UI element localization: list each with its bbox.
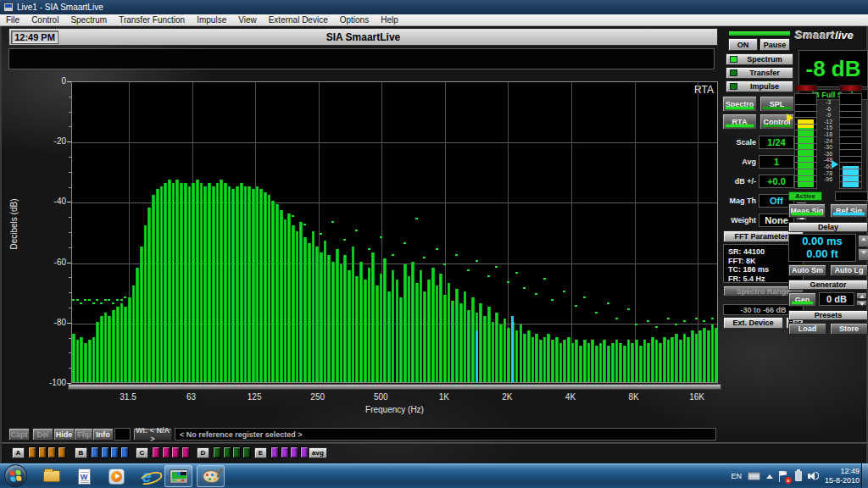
delay-down-icon[interactable]: [858, 248, 868, 261]
register-c-swatch[interactable]: [171, 446, 180, 458]
spectrum-bar: [415, 283, 419, 382]
menu-view[interactable]: View: [232, 14, 263, 26]
delay-up-icon[interactable]: [858, 235, 868, 247]
auto-lg-button[interactable]: Auto Lg: [830, 264, 868, 276]
x-tick-label: 2K: [490, 392, 524, 402]
register-d-swatch[interactable]: [242, 446, 251, 458]
spectrum-bar: [268, 195, 271, 382]
peak-hold-dot: [84, 299, 86, 301]
spectro-button[interactable]: Spectro: [722, 96, 757, 112]
meter-scale-label: -6: [818, 106, 838, 112]
register-e-swatch[interactable]: [290, 446, 298, 458]
register-c-swatch[interactable]: [162, 446, 170, 458]
spectrum-bar: [208, 183, 211, 382]
menu-options[interactable]: Options: [334, 14, 375, 26]
register-d-button[interactable]: D: [197, 447, 209, 458]
on-button[interactable]: ON: [728, 38, 758, 51]
register-e-swatch[interactable]: [281, 446, 289, 458]
register-c-button[interactable]: C: [136, 447, 148, 458]
spectrum-bar: [436, 286, 439, 382]
menu-impulse[interactable]: Impulse: [191, 14, 232, 26]
register-b-swatch[interactable]: [110, 446, 119, 458]
hidden-icons-arrow-icon[interactable]: [766, 474, 773, 479]
menu-control[interactable]: Control: [25, 14, 64, 26]
menu-spectrum[interactable]: Spectrum: [64, 14, 113, 26]
keyboard-icon[interactable]: [748, 472, 760, 480]
info-button[interactable]: Info: [92, 428, 114, 441]
register-a-button[interactable]: A: [12, 447, 25, 458]
volume-icon[interactable]: [808, 471, 819, 481]
spectrum-bar: [539, 340, 542, 382]
del-button: Del: [32, 428, 53, 441]
register-b-swatch[interactable]: [101, 446, 109, 458]
register-a-swatch[interactable]: [58, 446, 66, 458]
generator-down-icon[interactable]: [856, 300, 867, 307]
clock[interactable]: 12:49 15-8-2010: [825, 467, 860, 485]
ref-level-arrow-icon[interactable]: [832, 160, 838, 169]
param-value-db[interactable]: +0.0: [759, 175, 794, 188]
spectrum-bar: [408, 276, 411, 382]
rta-plot[interactable]: RTA: [71, 81, 718, 383]
spl-button[interactable]: SPL: [760, 96, 794, 112]
media-player-taskbar-icon[interactable]: [103, 465, 129, 487]
register-c-swatch[interactable]: [181, 446, 190, 458]
register-d-swatch[interactable]: [232, 446, 241, 458]
wordpad-taskbar-icon[interactable]: W: [71, 465, 97, 487]
show-desktop-button[interactable]: [861, 463, 868, 488]
meas-sig-button[interactable]: Meas Sig: [788, 203, 826, 218]
generator-up-icon[interactable]: [856, 292, 867, 299]
register-d-swatch[interactable]: [223, 446, 231, 458]
register-e-button[interactable]: E: [254, 447, 267, 458]
peak-hold-dot: [467, 269, 470, 271]
ext-device-button[interactable]: Ext. Device: [723, 317, 783, 329]
auto-sm-button[interactable]: Auto Sm: [788, 264, 826, 276]
store-button[interactable]: Store: [830, 323, 868, 335]
transfer-mode-button[interactable]: Transfer: [726, 67, 793, 79]
impulse-mode-button[interactable]: Impulse: [726, 80, 793, 92]
register-e-swatch[interactable]: [300, 446, 309, 458]
gen-button[interactable]: Gen: [788, 292, 816, 307]
register-b-swatch[interactable]: [120, 446, 129, 458]
ref-sig-button[interactable]: Ref Sig: [830, 203, 868, 218]
register-e-swatch[interactable]: [270, 446, 279, 458]
spectrum-bar: [244, 186, 248, 382]
reference-register-field[interactable]: < No reference register selected >: [175, 428, 716, 441]
menu-help[interactable]: Help: [375, 14, 404, 26]
language-indicator[interactable]: EN: [731, 472, 742, 480]
avg-button[interactable]: avg: [309, 447, 327, 458]
start-button[interactable]: [4, 464, 27, 487]
battery-icon[interactable]: [795, 471, 802, 481]
delay-stepper[interactable]: [858, 235, 868, 261]
menu-external-device[interactable]: External Device: [263, 14, 334, 26]
explorer-taskbar-icon[interactable]: [39, 465, 64, 487]
menu-transfer-function[interactable]: Transfer Function: [113, 14, 191, 26]
wt-button[interactable]: Wt: < N/A >: [133, 428, 172, 441]
spectrum-bar: [448, 283, 451, 382]
pause-button[interactable]: Pause: [760, 38, 790, 51]
register-b-swatch[interactable]: [91, 446, 99, 458]
internet-explorer-taskbar-icon[interactable]: e: [134, 465, 159, 487]
register-c-swatch[interactable]: [152, 446, 160, 458]
register-d-swatch[interactable]: [213, 446, 221, 458]
paint-taskbar-button[interactable]: [197, 465, 225, 487]
register-a-swatch[interactable]: [38, 446, 47, 458]
menu-file[interactable]: File: [0, 14, 25, 26]
generator-stepper[interactable]: [856, 292, 867, 306]
register-a-swatch[interactable]: [28, 446, 36, 458]
rta-button[interactable]: RTA: [722, 114, 757, 130]
load-button[interactable]: Load: [788, 323, 826, 335]
hide-button[interactable]: Hide: [53, 428, 75, 441]
param-value-avg[interactable]: 1: [759, 155, 794, 169]
spectrum-mode-button[interactable]: Spectrum: [726, 53, 793, 65]
smaartlive-taskbar-button[interactable]: [164, 465, 192, 487]
meas-level-arrow-icon[interactable]: [787, 114, 793, 122]
spectrum-bar: [224, 183, 227, 382]
action-center-flag-icon[interactable]: x: [779, 471, 789, 482]
register-a-swatch[interactable]: [47, 446, 56, 458]
param-value-scale[interactable]: 1/24: [759, 136, 794, 149]
spectrum-bar: [423, 291, 426, 382]
spectrum-bar: [543, 337, 547, 382]
register-b-button[interactable]: B: [75, 447, 87, 458]
spectrum-bar: [591, 340, 594, 382]
spectrum-bar: [200, 183, 203, 382]
